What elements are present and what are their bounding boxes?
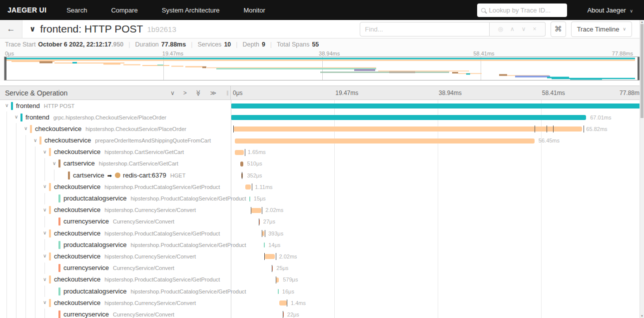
span-name-cell[interactable]: currencyserviceCurrencyService/Convert <box>0 262 231 274</box>
span-bar-cell[interactable]: 393μs <box>231 228 644 239</box>
span-duration-bar[interactable] <box>231 115 586 120</box>
clear-find-icon[interactable]: × <box>533 26 537 32</box>
back-button[interactable]: ← <box>0 20 22 38</box>
span-name-cell[interactable]: ∨checkoutservicehipstershop.CurrencyServ… <box>0 297 231 308</box>
span-row[interactable]: ∨checkoutservicehipstershop.CheckoutServ… <box>0 123 644 134</box>
span-bar-cell[interactable]: 1.4ms <box>231 297 644 308</box>
row-expander-icon[interactable]: ∨ <box>43 207 46 212</box>
nav-item-compare[interactable]: Compare <box>111 6 137 14</box>
minimap-left-handle[interactable] <box>4 57 6 80</box>
row-expander-icon[interactable]: ∨ <box>33 138 37 143</box>
trace-minimap[interactable] <box>4 56 640 80</box>
find-input[interactable] <box>360 22 490 36</box>
span-name-cell[interactable]: ∨checkoutservicehipstershop.CurrencyServ… <box>0 204 231 216</box>
span-name-cell[interactable]: productcatalogservicehipstershop.Product… <box>0 286 231 297</box>
span-bar-cell[interactable]: 25μs <box>231 262 644 274</box>
span-name-cell[interactable]: ∨checkoutserviceprepareOrderItemsAndShip… <box>0 135 231 146</box>
row-expander-icon[interactable]: ∨ <box>43 230 46 236</box>
span-name-cell[interactable]: ∨checkoutservicehipstershop.ProductCatal… <box>0 228 231 239</box>
collapse-one-icon[interactable]: ∨ <box>170 90 175 96</box>
span-row[interactable]: ∨checkoutservicehipstershop.CurrencyServ… <box>0 204 644 216</box>
scrollbar-thumb[interactable] <box>641 24 644 118</box>
span-bar-cell[interactable]: 67.01ms <box>231 112 644 123</box>
prev-match-icon[interactable]: ∧ <box>510 26 515 32</box>
span-bar-cell[interactable]: 1.11ms <box>231 181 644 192</box>
span-row[interactable]: ∨checkoutservicehipstershop.CurrencyServ… <box>0 297 644 308</box>
row-expander-icon[interactable]: ∨ <box>43 184 46 189</box>
pane-resize-grip[interactable]: ∥ <box>226 90 229 96</box>
trace-view-select[interactable]: Trace Timeline ∨ <box>571 22 632 37</box>
span-bar-cell[interactable]: 352μs <box>231 170 644 181</box>
pane-divider[interactable] <box>231 100 231 318</box>
trace-lookup-input[interactable] <box>489 6 563 14</box>
trace-lookup-box[interactable] <box>477 4 567 17</box>
span-row[interactable]: productcatalogservicehipstershop.Product… <box>0 286 644 297</box>
span-name-cell[interactable]: ∨frontendgrpc.hipstershop.CheckoutServic… <box>0 112 231 123</box>
span-name-cell[interactable]: productcatalogservicehipstershop.Product… <box>0 193 231 204</box>
span-name-cell[interactable]: ∨checkoutservicehipstershop.CurrencyServ… <box>0 250 231 262</box>
span-row[interactable]: ∨checkoutservicehipstershop.ProductCatal… <box>0 228 644 239</box>
span-duration-bar[interactable] <box>231 104 644 108</box>
row-expander-icon[interactable]: ∨ <box>43 253 46 258</box>
row-expander-icon[interactable]: ∨ <box>43 300 46 305</box>
scroll-up-icon[interactable]: ▲ <box>640 20 644 24</box>
row-expander-icon[interactable]: ∨ <box>14 114 18 120</box>
span-duration-bar[interactable] <box>235 150 244 155</box>
span-bar-cell[interactable]: 27μs <box>231 216 644 228</box>
span-duration-bar[interactable] <box>233 126 583 132</box>
span-bar-cell[interactable]: 65.82ms <box>231 123 644 134</box>
span-duration-bar[interactable] <box>235 138 535 144</box>
expand-all-icon[interactable]: ≫ <box>210 90 216 96</box>
span-bar-cell[interactable]: 510μs <box>231 158 644 170</box>
span-row[interactable]: productcatalogservicehipstershop.Product… <box>0 193 644 204</box>
span-bar-cell[interactable]: 56.45ms <box>231 135 644 146</box>
span-bar-cell[interactable]: 2.02ms <box>231 250 644 262</box>
row-expander-icon[interactable]: ∨ <box>43 276 46 282</box>
span-row[interactable]: ∨checkoutserviceprepareOrderItemsAndShip… <box>0 135 644 146</box>
span-name-cell[interactable]: cartservice➡redis-cart:6379HGET <box>0 170 231 181</box>
span-bar-cell[interactable]: 2.02ms <box>231 204 644 216</box>
span-row[interactable]: ∨checkoutservicehipstershop.ProductCatal… <box>0 181 644 192</box>
span-name-cell[interactable]: ∨checkoutservicehipstershop.ProductCatal… <box>0 181 231 192</box>
match-target-icon[interactable]: ◎ <box>498 26 503 32</box>
span-bar-cell[interactable]: 16μs <box>231 286 644 297</box>
nav-item-monitor[interactable]: Monitor <box>243 6 265 14</box>
span-bar-cell[interactable]: 1.65ms <box>231 146 644 158</box>
row-expander-icon[interactable]: ∨ <box>5 102 8 108</box>
span-name-cell[interactable]: ∨cartservicehipstershop.CartService/GetC… <box>0 158 231 170</box>
span-bar-cell[interactable] <box>231 100 644 112</box>
span-row[interactable]: currencyserviceCurrencyService/Convert22… <box>0 308 644 318</box>
span-row[interactable]: ∨checkoutservicehipstershop.ProductCatal… <box>0 274 644 286</box>
span-bar-cell[interactable]: 579μs <box>231 274 644 286</box>
span-bar-cell[interactable]: 15μs <box>231 193 644 204</box>
collapse-all-icon[interactable]: ≫ <box>195 90 201 96</box>
span-row[interactable]: currencyserviceCurrencyService/Convert27… <box>0 216 644 228</box>
span-name-cell[interactable]: ∨checkoutservicehipstershop.ProductCatal… <box>0 274 231 286</box>
span-bar-cell[interactable]: 14μs <box>231 239 644 250</box>
nav-item-search[interactable]: Search <box>66 6 87 14</box>
span-duration-bar[interactable] <box>251 208 262 213</box>
span-name-cell[interactable]: ∨checkoutservicehipstershop.CheckoutServ… <box>0 123 231 134</box>
span-row[interactable]: currencyserviceCurrencyService/Convert25… <box>0 262 644 274</box>
collapse-header-icon[interactable]: ∨ <box>29 24 35 34</box>
span-duration-bar[interactable] <box>279 300 287 306</box>
row-expander-icon[interactable]: ∨ <box>24 126 27 131</box>
span-row[interactable]: productcatalogservicehipstershop.Product… <box>0 239 644 250</box>
next-match-icon[interactable]: ∨ <box>522 26 526 32</box>
keyboard-shortcuts-button[interactable]: ⌘ <box>551 22 566 37</box>
row-expander-icon[interactable]: ∨ <box>52 160 56 166</box>
app-brand[interactable]: JAEGER UI <box>7 6 46 14</box>
about-jaeger-menu[interactable]: About Jaeger ∨ <box>587 6 633 14</box>
span-name-cell[interactable]: currencyserviceCurrencyService/Convert <box>0 308 231 318</box>
span-bar-cell[interactable]: 22μs <box>231 308 644 318</box>
page-scrollbar[interactable]: ▲ ▼ <box>640 20 644 318</box>
span-row[interactable]: ∨checkoutservicehipstershop.CurrencyServ… <box>0 250 644 262</box>
row-expander-icon[interactable]: ∨ <box>43 149 46 154</box>
span-row[interactable]: ∨frontendgrpc.hipstershop.CheckoutServic… <box>0 112 644 123</box>
nav-item-system-architecture[interactable]: System Architecture <box>162 6 220 14</box>
span-name-cell[interactable]: productcatalogservicehipstershop.Product… <box>0 239 231 250</box>
span-duration-bar[interactable] <box>245 184 251 190</box>
span-row[interactable]: ∨frontendHTTP POST <box>0 100 644 112</box>
span-row[interactable]: ∨checkoutservicehipstershop.CartService/… <box>0 146 644 158</box>
span-row[interactable]: cartservice➡redis-cart:6379HGET352μs <box>0 170 644 181</box>
